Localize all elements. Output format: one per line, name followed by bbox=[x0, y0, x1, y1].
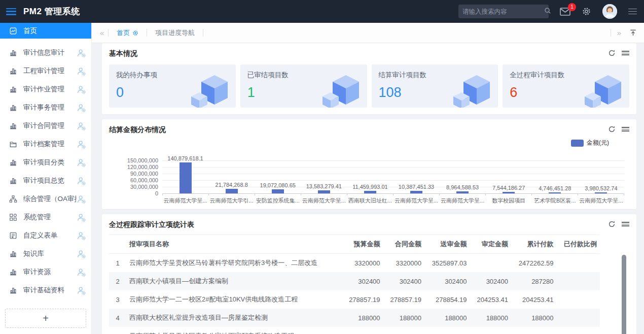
table-row[interactable]: 4西南联大校区礼堂提升改造项目—房屋鉴定检测188000188000188000… bbox=[109, 309, 600, 327]
sidebar-item-7[interactable]: 审计项目分类 bbox=[0, 153, 91, 172]
sidebar-item-6[interactable]: 审计档案管理 bbox=[0, 135, 91, 153]
audit-projects-table: 报审项目名称预算金额合同金额送审金额审定金额累计付款已付款比例 1云南师范大学呈… bbox=[109, 235, 600, 334]
table-row[interactable]: 5云南师范大学呈贡校区青教公寓地下室配电系统改造工程12680012680014… bbox=[109, 327, 600, 334]
table-row[interactable]: 3云南师范大学一二一校区2#配电室10KV供电线路改造工程278857.1927… bbox=[109, 290, 600, 309]
sidebar-item-4[interactable]: 审计事务管理 bbox=[0, 98, 91, 117]
table-cell: 西南联大校区礼堂提升改造项目—房屋鉴定检测 bbox=[126, 309, 342, 327]
table-row[interactable]: 2西南联大小镇项目—创建方案编制302400302400302400302400… bbox=[109, 272, 600, 290]
tab-0[interactable]: 首页 bbox=[109, 28, 147, 38]
stat-card-0[interactable]: 我的待办事项0 bbox=[109, 64, 236, 108]
tab-1[interactable]: 项目进度导航 bbox=[147, 28, 203, 38]
sidebar-item-label: 审计基础资料 bbox=[23, 286, 77, 295]
table-row[interactable]: 1云南师范大学呈贡校区马铃薯科学研究院同析3号楼一、二层改造3320000332… bbox=[109, 254, 600, 273]
tabs-scroll-left-icon[interactable]: « bbox=[96, 28, 108, 37]
user-gear-icon[interactable] bbox=[77, 140, 86, 149]
table-scrollbar[interactable] bbox=[622, 255, 626, 334]
sidebar-item-8[interactable]: 审计项目总览 bbox=[0, 172, 91, 190]
table-panel: 全过程跟踪审计立项统计表 报审项目名称预算金额合同金额送审金额审定金额累计付款已… bbox=[102, 214, 636, 334]
folder-icon bbox=[9, 140, 17, 148]
form-icon bbox=[9, 231, 17, 240]
bar-value-label: 11,459,993.01 bbox=[352, 184, 388, 190]
panel-menu-icon[interactable] bbox=[622, 51, 629, 55]
user-gear-icon[interactable] bbox=[77, 286, 86, 295]
bar-3[interactable]: 13,583,279.41 bbox=[301, 145, 347, 193]
sidebar-item-1[interactable]: 审计信息审计 bbox=[0, 44, 91, 62]
table-cell: 3525897.03 bbox=[424, 254, 470, 273]
more-menu-icon[interactable] bbox=[628, 9, 637, 15]
sidebar-item-2[interactable]: 工程审计管理 bbox=[0, 62, 91, 80]
user-gear-icon[interactable] bbox=[77, 268, 86, 277]
user-gear-icon[interactable] bbox=[77, 249, 86, 259]
mail-icon[interactable]: 1 bbox=[560, 8, 570, 16]
sidebar-item-label: 审计档案管理 bbox=[23, 140, 77, 149]
bar-4[interactable]: 11,459,993.01 bbox=[347, 145, 393, 193]
bar-8[interactable]: 4,746,451.28 bbox=[532, 145, 578, 193]
user-gear-icon[interactable] bbox=[77, 66, 86, 76]
bar-value-label: 10,387,451.33 bbox=[399, 184, 434, 190]
user-gear-icon[interactable] bbox=[77, 158, 86, 168]
sidebar-item-10[interactable]: 系统管理 bbox=[0, 208, 91, 226]
bar-9[interactable]: 3,980,532.74 bbox=[578, 145, 624, 193]
table-cell: 120815.44 bbox=[511, 327, 557, 334]
table-cell: 3320000 bbox=[342, 254, 383, 273]
table-cell: 126800 bbox=[342, 327, 383, 334]
table-cell: 云南师范大学呈贡校区马铃薯科学研究院同析3号楼一、二层改造 bbox=[126, 254, 342, 273]
sidebar-item-0[interactable]: 首页 bbox=[0, 23, 91, 39]
panel-menu-icon[interactable] bbox=[622, 222, 629, 226]
bar-0[interactable]: 140,879,618.1 bbox=[162, 145, 208, 193]
tabs-scroll-right-icon[interactable]: » bbox=[613, 28, 625, 37]
sidebar-item-3[interactable]: 审计作业管理 bbox=[0, 80, 91, 98]
panel-menu-icon[interactable] bbox=[622, 127, 629, 131]
chart-icon bbox=[9, 49, 17, 57]
collapse-panel-icon[interactable] bbox=[627, 29, 639, 37]
sidebar-toggle-icon[interactable] bbox=[6, 8, 16, 15]
sidebar-item-11[interactable]: 自定义表单 bbox=[0, 226, 91, 245]
search-input[interactable] bbox=[462, 8, 544, 15]
y-axis-tick: 30,000,000 bbox=[130, 184, 158, 190]
x-axis-label: 云南师范大学呈... bbox=[162, 197, 208, 205]
page-content: 基本情况 我的待办事项0已审结项目数1结算审计项目数108全过程审计项目数6 结… bbox=[92, 43, 644, 334]
settings-gear-icon[interactable] bbox=[582, 7, 591, 16]
bar-1[interactable]: 21,784,268.8 bbox=[208, 145, 255, 193]
bar-5[interactable]: 10,387,451.33 bbox=[393, 145, 439, 193]
sidebar-item-label: 首页 bbox=[23, 26, 86, 36]
user-gear-icon[interactable] bbox=[77, 231, 86, 241]
table-cell: 188000 bbox=[342, 309, 383, 327]
user-gear-icon[interactable] bbox=[77, 103, 86, 113]
add-menu-button[interactable]: + bbox=[5, 309, 86, 328]
refresh-icon[interactable] bbox=[608, 125, 616, 133]
sidebar-item-14[interactable]: 审计基础资料 bbox=[0, 281, 91, 299]
table-cell: 云南师范大学一二一校区2#配电室10KV供电线路改造工程 bbox=[126, 290, 342, 309]
chart-icon bbox=[9, 286, 17, 294]
stat-card-2[interactable]: 结算审计项目数108 bbox=[372, 64, 498, 108]
sidebar-item-12[interactable]: 知识库 bbox=[0, 245, 91, 263]
user-gear-icon[interactable] bbox=[77, 121, 86, 131]
user-gear-icon[interactable] bbox=[77, 213, 86, 222]
user-gear-icon[interactable] bbox=[77, 48, 86, 58]
search-box[interactable] bbox=[458, 5, 549, 18]
table-cell: 3320000 bbox=[383, 254, 424, 273]
tab-gear-icon[interactable] bbox=[132, 30, 138, 36]
y-axis-tick: 120,000,000 bbox=[127, 164, 158, 170]
y-axis-tick: 60,000,000 bbox=[130, 177, 158, 183]
refresh-icon[interactable] bbox=[608, 49, 616, 57]
card-illustration bbox=[583, 73, 626, 108]
sidebar-item-9[interactable]: 综合管理（OA审批） bbox=[0, 190, 91, 208]
user-avatar[interactable] bbox=[602, 4, 617, 19]
user-gear-icon[interactable] bbox=[77, 85, 86, 94]
tab-label: 项目进度导航 bbox=[155, 28, 195, 38]
bar-6[interactable]: 8,964,588.53 bbox=[440, 145, 486, 193]
user-gear-icon[interactable] bbox=[77, 194, 86, 204]
bar-value-label: 3,980,532.74 bbox=[585, 185, 617, 191]
table-cell: 3 bbox=[109, 290, 126, 309]
sidebar-item-5[interactable]: 审计合同管理 bbox=[0, 117, 91, 135]
stat-card-1[interactable]: 已审结项目数1 bbox=[240, 64, 367, 108]
table-header-5: 审定金额 bbox=[470, 235, 511, 254]
sidebar-item-13[interactable]: 审计资源 bbox=[0, 263, 91, 281]
refresh-icon[interactable] bbox=[608, 220, 616, 228]
user-gear-icon[interactable] bbox=[77, 176, 86, 186]
bar-7[interactable]: 7,544,186.27 bbox=[486, 145, 532, 193]
bar-2[interactable]: 19,072,080.65 bbox=[255, 145, 301, 193]
stat-card-3[interactable]: 全过程审计项目数6 bbox=[503, 64, 629, 108]
search-icon[interactable] bbox=[544, 7, 551, 16]
